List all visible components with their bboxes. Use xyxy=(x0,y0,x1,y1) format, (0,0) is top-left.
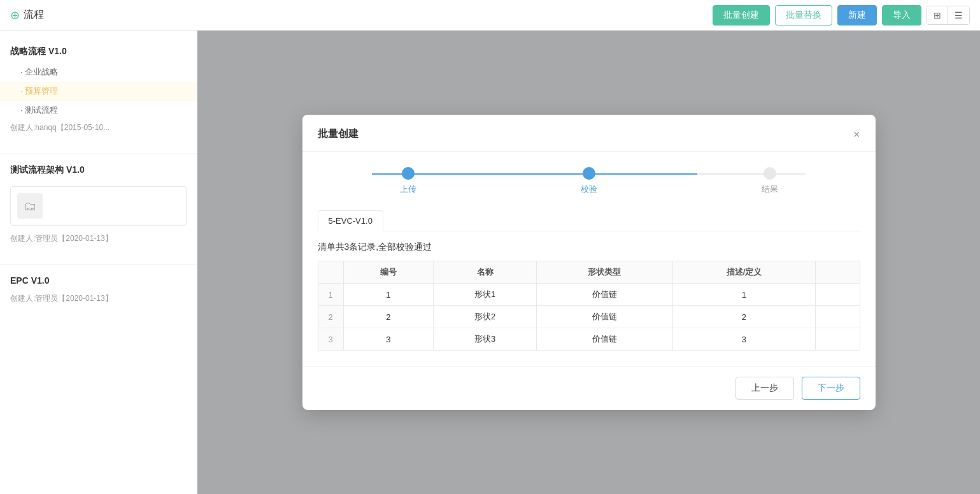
cell-desc: 3 xyxy=(672,328,815,351)
list-view-button[interactable]: ☰ xyxy=(948,6,969,24)
col-name: 名称 xyxy=(434,261,537,284)
table-body: 1 1 形状1 价值链 1 2 2 形状2 价值链 2 3 3 形状3 价值链 … xyxy=(318,284,860,351)
cell-desc: 2 xyxy=(672,306,815,328)
batch-create-modal: 批量创建 × 上传 校验 xyxy=(302,115,876,410)
step-label-result: 结果 xyxy=(762,184,778,195)
step-validate: 校验 xyxy=(499,167,679,195)
col-id: 编号 xyxy=(343,261,434,284)
cell-id: 2 xyxy=(343,306,434,328)
folder-icon: 🗂 xyxy=(17,193,43,219)
batch-replace-button[interactable]: 批量替换 xyxy=(775,5,832,25)
cell-extra xyxy=(816,284,860,306)
new-button[interactable]: 新建 xyxy=(837,5,877,25)
steps-container: 上传 校验 结果 xyxy=(318,167,860,195)
logo: ⊕ 流程 xyxy=(10,8,44,22)
sidebar-title-2: 测试流程架构 V1.0 xyxy=(0,159,197,181)
prev-step-button[interactable]: 上一步 xyxy=(735,377,794,400)
sidebar-section-1: 战略流程 V1.0 · 企业战略 · 预算管理 · 测试流程 创建人:hanqq… xyxy=(0,41,197,149)
cell-id: 3 xyxy=(343,328,434,351)
sidebar-divider-1 xyxy=(0,154,197,154)
sidebar-item-budget-management[interactable]: · 预算管理 xyxy=(0,82,197,101)
header-actions: 批量创建 批量替换 新建 导入 ⊞ ☰ xyxy=(713,5,970,25)
table-row: 2 2 形状2 价值链 2 xyxy=(318,306,860,328)
cell-name: 形状2 xyxy=(434,306,537,328)
data-table: 编号 名称 形状类型 描述/定义 1 1 形状1 价值链 1 2 xyxy=(318,261,860,351)
sidebar-meta-3: 创建人:管理员【2020-01-13】 xyxy=(0,291,197,307)
sidebar-section-3: EPC V1.0 创建人:管理员【2020-01-13】 xyxy=(0,270,197,319)
batch-create-button[interactable]: 批量创建 xyxy=(713,5,770,25)
sidebar-divider-2 xyxy=(0,265,197,265)
sidebar-card-2[interactable]: 🗂 xyxy=(10,186,187,226)
table-header-row: 编号 名称 形状类型 描述/定义 xyxy=(318,261,860,284)
sidebar-meta-2: 创建人:管理员【2020-01-13】 xyxy=(0,231,197,247)
cell-id: 1 xyxy=(343,284,434,306)
logo-icon: ⊕ xyxy=(10,8,20,22)
sidebar-title-1: 战略流程 V1.0 xyxy=(0,41,197,62)
cell-row-num: 2 xyxy=(318,306,343,328)
cell-row-num: 3 xyxy=(318,328,343,351)
step-dot-validate xyxy=(583,167,595,180)
sidebar: 战略流程 V1.0 · 企业战略 · 预算管理 · 测试流程 创建人:hanqq… xyxy=(0,31,197,494)
modal-close-button[interactable]: × xyxy=(853,129,860,140)
next-step-button[interactable]: 下一步 xyxy=(802,377,860,400)
cell-desc: 1 xyxy=(672,284,815,306)
grid-view-button[interactable]: ⊞ xyxy=(927,6,948,24)
table-row: 1 1 形状1 价值链 1 xyxy=(318,284,860,306)
sidebar-item-enterprise-strategy[interactable]: · 企业战略 xyxy=(0,62,197,82)
cell-shape-type: 价值链 xyxy=(537,328,673,351)
sidebar-item-test-flow[interactable]: · 测试流程 xyxy=(0,101,197,120)
header: ⊕ 流程 批量创建 批量替换 新建 导入 ⊞ ☰ xyxy=(0,0,980,31)
sidebar-meta-1: 创建人:hanqq【2015-05-10... xyxy=(0,120,197,136)
step-label-validate: 校验 xyxy=(581,184,597,195)
col-shape-type: 形状类型 xyxy=(537,261,673,284)
tab-bar: 5-EVC-V1.0 xyxy=(318,210,860,231)
step-result: 结果 xyxy=(679,167,860,195)
cell-name: 形状3 xyxy=(434,328,537,351)
step-label-upload: 上传 xyxy=(400,184,416,195)
step-dot-result xyxy=(763,167,776,180)
cell-shape-type: 价值链 xyxy=(537,284,673,306)
col-row-num xyxy=(318,261,343,284)
validation-summary: 清单共3条记录,全部校验通过 xyxy=(318,242,860,253)
step-upload: 上传 xyxy=(318,167,499,195)
import-button[interactable]: 导入 xyxy=(882,5,921,25)
step-dot-upload xyxy=(402,167,415,180)
cell-extra xyxy=(816,306,860,328)
sidebar-title-3: EPC V1.0 xyxy=(0,270,197,291)
view-toggle: ⊞ ☰ xyxy=(927,6,970,25)
content-area: 战略流程 V1.0 · 企业战略 · 预算管理 · 测试流程 创建人:hanqq… xyxy=(0,31,980,494)
cell-shape-type: 价值链 xyxy=(537,306,673,328)
modal-body: 上传 校验 结果 5-EVC-V1.0 xyxy=(302,152,876,366)
col-extra xyxy=(816,261,860,284)
table-head: 编号 名称 形状类型 描述/定义 xyxy=(318,261,860,284)
table-row: 3 3 形状3 价值链 3 xyxy=(318,328,860,351)
col-desc: 描述/定义 xyxy=(672,261,815,284)
main-area: 批量创建 × 上传 校验 xyxy=(197,31,980,494)
modal-header: 批量创建 × xyxy=(302,115,876,152)
modal-overlay: 批量创建 × 上传 校验 xyxy=(197,31,980,494)
tab-5-evc-v1[interactable]: 5-EVC-V1.0 xyxy=(318,210,383,231)
logo-text: 流程 xyxy=(24,8,44,22)
sidebar-section-2: 测试流程架构 V1.0 🗂 创建人:管理员【2020-01-13】 xyxy=(0,159,197,259)
cell-extra xyxy=(816,328,860,351)
cell-name: 形状1 xyxy=(434,284,537,306)
cell-row-num: 1 xyxy=(318,284,343,306)
modal-title: 批量创建 xyxy=(318,127,359,141)
modal-footer: 上一步 下一步 xyxy=(302,366,876,410)
